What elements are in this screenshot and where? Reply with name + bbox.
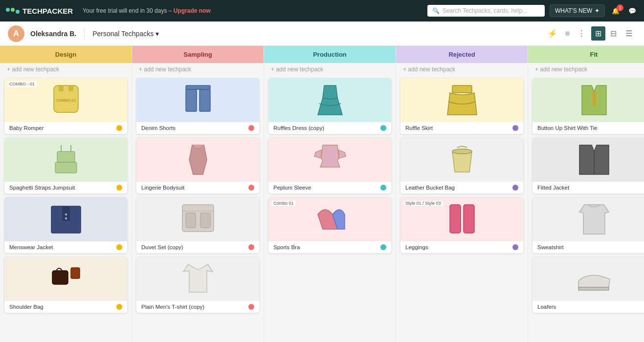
- card-footer: Duvet Set (copy): [136, 241, 259, 253]
- kanban-board: Design+ add new techpackCOMBO - 01COMBO-…: [0, 46, 644, 342]
- card-title: Menswear Jacket: [9, 244, 53, 250]
- svg-point-11: [65, 217, 67, 219]
- card-title: Peplum Sleeve: [273, 185, 311, 191]
- card-footer: Sweatshirt: [533, 241, 644, 253]
- card-title: Ruffle Skirt: [405, 125, 433, 131]
- combo-badge: COMBO - 01: [7, 81, 37, 87]
- list-item[interactable]: Menswear Jacket: [4, 197, 128, 254]
- column-production: Production+ add new techpackRuffles Dres…: [264, 46, 396, 342]
- card-footer: Leggings: [400, 241, 523, 253]
- card-footer: Plain Men's T-shirt (copy): [136, 301, 259, 313]
- add-techpack-production[interactable]: + add new techpack: [264, 63, 396, 76]
- status-dot: [512, 125, 518, 131]
- card-image: [533, 257, 644, 301]
- card-image: [533, 138, 644, 182]
- avatar[interactable]: A: [8, 25, 24, 42]
- list-item[interactable]: Ruffles Dress (copy): [268, 78, 392, 134]
- svg-rect-14: [186, 86, 210, 89]
- user-name: Oleksandra B.: [30, 30, 76, 38]
- list-item[interactable]: Spaghetti Straps Jumpsuit: [4, 137, 128, 194]
- list-item[interactable]: Peplum Sleeve: [268, 137, 392, 194]
- status-dot: [116, 125, 122, 131]
- workspace-selector[interactable]: Personal Techpacks ▾: [92, 30, 159, 38]
- list-item[interactable]: COMBO - 01COMBO-01Baby Romper: [4, 78, 128, 134]
- card-title: Duvet Set (copy): [141, 244, 183, 250]
- status-dot: [380, 185, 386, 191]
- svg-rect-15: [186, 89, 197, 111]
- more-options-button[interactable]: ⋮: [576, 27, 587, 40]
- card-footer: Spaghetti Straps Jumpsuit: [4, 182, 127, 193]
- notifications-button[interactable]: 🔔 3: [610, 5, 622, 17]
- cards-design: COMBO - 01COMBO-01Baby RomperSpaghetti S…: [0, 76, 132, 342]
- svg-rect-20: [186, 213, 196, 228]
- list-item[interactable]: Denim Shorts: [136, 78, 260, 134]
- svg-rect-2: [68, 86, 73, 91]
- card-image: Style 01 / Style 03: [400, 197, 523, 241]
- whats-new-button[interactable]: WHAT'S NEW ✦: [550, 4, 605, 17]
- column-rejected: Rejected+ add new techpackRuffle SkirtLe…: [396, 46, 528, 342]
- notification-badge: 3: [617, 4, 623, 11]
- card-footer: Sports Bra: [268, 241, 391, 253]
- list-item[interactable]: Loafers: [532, 256, 644, 313]
- column-header-fit: Fit: [528, 46, 644, 63]
- global-search[interactable]: 🔍 Search Techpacks, cards, help...: [427, 5, 545, 17]
- list-item[interactable]: Style 01 / Style 03Leggings: [400, 197, 524, 254]
- card-image: [4, 257, 127, 301]
- svg-rect-12: [52, 271, 68, 284]
- card-footer: Loafers: [533, 301, 644, 313]
- svg-rect-22: [452, 86, 472, 93]
- svg-point-10: [65, 214, 67, 215]
- add-techpack-sampling[interactable]: + add new techpack: [132, 63, 264, 76]
- list-item[interactable]: Lingerie Bodysuit: [136, 137, 260, 194]
- status-dot: [512, 244, 518, 250]
- messages-button[interactable]: 💬: [626, 5, 638, 17]
- card-title: Leather Bucket Bag: [405, 185, 455, 191]
- card-title: Sweatshirt: [537, 244, 564, 250]
- star-icon: ✦: [595, 7, 600, 14]
- svg-rect-1: [59, 86, 64, 91]
- card-title: Loafers: [537, 304, 556, 310]
- card-image: [136, 138, 259, 182]
- filter-button[interactable]: ⚡: [546, 27, 559, 40]
- status-dot: [116, 185, 122, 191]
- svg-rect-21: [200, 213, 210, 228]
- grid-view-button[interactable]: ⊟: [606, 26, 621, 41]
- add-techpack-design[interactable]: + add new techpack: [0, 63, 132, 76]
- card-footer: Menswear Jacket: [4, 241, 127, 253]
- status-dot: [116, 304, 122, 310]
- add-techpack-fit[interactable]: + add new techpack: [528, 63, 644, 76]
- list-item[interactable]: Button Up Shirt With Tie: [532, 78, 644, 134]
- brand-logo[interactable]: TECHPACKER: [6, 7, 73, 15]
- status-dot: [248, 244, 254, 250]
- view-toggle: ⊞ ⊟ ☰: [591, 26, 636, 41]
- column-header-rejected: Rejected: [396, 46, 528, 63]
- card-image: [136, 257, 259, 301]
- list-item[interactable]: Ruffle Skirt: [400, 78, 524, 134]
- list-item[interactable]: Sweatshirt: [532, 197, 644, 254]
- upgrade-link[interactable]: Upgrade now: [174, 7, 211, 14]
- card-image: Combo 01: [268, 197, 391, 241]
- cards-fit: Button Up Shirt With TieFitted JacketSwe…: [528, 76, 644, 342]
- card-image: [136, 78, 259, 122]
- top-nav: TECHPACKER Your free trial will end in 3…: [0, 0, 644, 21]
- column-fit: Fit+ add new techpackButton Up Shirt Wit…: [528, 46, 644, 342]
- kanban-view-button[interactable]: ⊞: [591, 26, 605, 41]
- status-dot: [380, 244, 386, 250]
- status-dot: [248, 185, 254, 191]
- column-design: Design+ add new techpackCOMBO - 01COMBO-…: [0, 46, 132, 342]
- list-item[interactable]: Fitted Jacket: [532, 137, 644, 194]
- card-title: Plain Men's T-shirt (copy): [141, 304, 204, 310]
- list-item[interactable]: Duvet Set (copy): [136, 197, 260, 254]
- svg-rect-26: [592, 92, 596, 106]
- list-item[interactable]: Shoulder Bag: [4, 256, 128, 313]
- list-view-button[interactable]: ☰: [622, 26, 636, 41]
- list-item[interactable]: Plain Men's T-shirt (copy): [136, 256, 260, 313]
- sort-button[interactable]: ≡: [563, 27, 572, 40]
- svg-rect-7: [55, 162, 77, 173]
- card-image: [136, 197, 259, 241]
- add-techpack-rejected[interactable]: + add new techpack: [396, 63, 528, 76]
- list-item[interactable]: Leather Bucket Bag: [400, 137, 524, 194]
- list-item[interactable]: Combo 01Sports Bra: [268, 197, 392, 254]
- card-image: [4, 138, 127, 182]
- card-title: Button Up Shirt With Tie: [537, 125, 598, 131]
